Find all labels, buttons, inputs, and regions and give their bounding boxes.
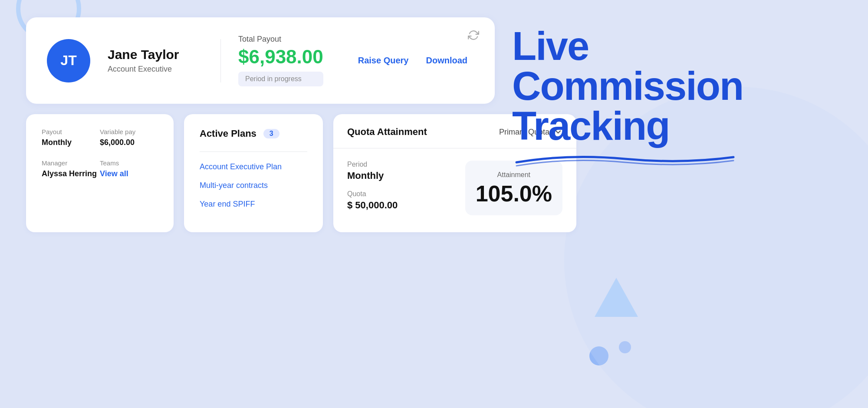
quota-field: Quota $ 50,000.00 [347, 190, 465, 211]
vertical-divider [220, 39, 221, 82]
quota-value: $ 50,000.00 [347, 200, 465, 211]
plan-link-1[interactable]: Multi-year contracts [200, 181, 307, 190]
active-plans-count: 3 [263, 129, 279, 138]
top-payout-card: JT Jane Taylor Account Executive Total P… [26, 17, 495, 104]
manager-label: Manager [42, 159, 100, 167]
period-field: Period Monthly [347, 161, 465, 181]
attainment-value: 105.0% [476, 182, 552, 205]
quota-title: Quota Attainment [347, 126, 427, 138]
user-info: Jane Taylor Account Executive [108, 47, 203, 74]
action-buttons: Raise Query Download [358, 56, 467, 66]
hero-line3: Tracking [512, 106, 669, 146]
hero-underline [512, 149, 738, 167]
active-plans-title: Active Plans [200, 128, 256, 139]
active-plans-card: Active Plans 3 Account Executive Plan Mu… [184, 114, 323, 232]
payout-value: Monthly [42, 138, 100, 147]
plan-link-0[interactable]: Account Executive Plan [200, 162, 307, 171]
refresh-icon[interactable] [468, 30, 479, 43]
variable-pay-label: Variable pay [100, 128, 158, 135]
quota-label: Quota [347, 190, 465, 198]
user-avatar: JT [47, 39, 90, 82]
hero-line2: Commission [512, 66, 743, 106]
view-all-link[interactable]: View all [100, 169, 158, 178]
info-card: Payout Monthly Variable pay $6,000.00 Ma… [26, 114, 174, 232]
period-badge: Period in progress [238, 72, 323, 86]
raise-query-button[interactable]: Raise Query [358, 56, 409, 66]
download-button[interactable]: Download [426, 56, 467, 66]
attainment-label: Attainment [497, 171, 530, 179]
payout-amount: $6,938.00 [238, 47, 323, 66]
manager-value: Alyssa Herring [42, 169, 100, 178]
teams-label: Teams [100, 159, 158, 167]
user-role: Account Executive [108, 65, 203, 74]
hero-line1: Live [512, 26, 589, 66]
user-name: Jane Taylor [108, 47, 203, 62]
total-payout-label: Total Payout [238, 35, 323, 44]
plan-link-2[interactable]: Year end SPIFF [200, 200, 307, 209]
attainment-box: Attainment 105.0% [465, 161, 562, 215]
period-label: Period [347, 161, 465, 168]
payout-label: Payout [42, 128, 100, 135]
payout-section: Total Payout $6,938.00 Period in progres… [238, 35, 323, 86]
variable-pay-value: $6,000.00 [100, 138, 158, 147]
manager-row: Manager Alyssa Herring Teams View all [42, 159, 158, 178]
payout-row: Payout Monthly Variable pay $6,000.00 [42, 128, 158, 147]
period-value: Monthly [347, 170, 465, 181]
hero-section: Live Commission Tracking [512, 17, 842, 167]
